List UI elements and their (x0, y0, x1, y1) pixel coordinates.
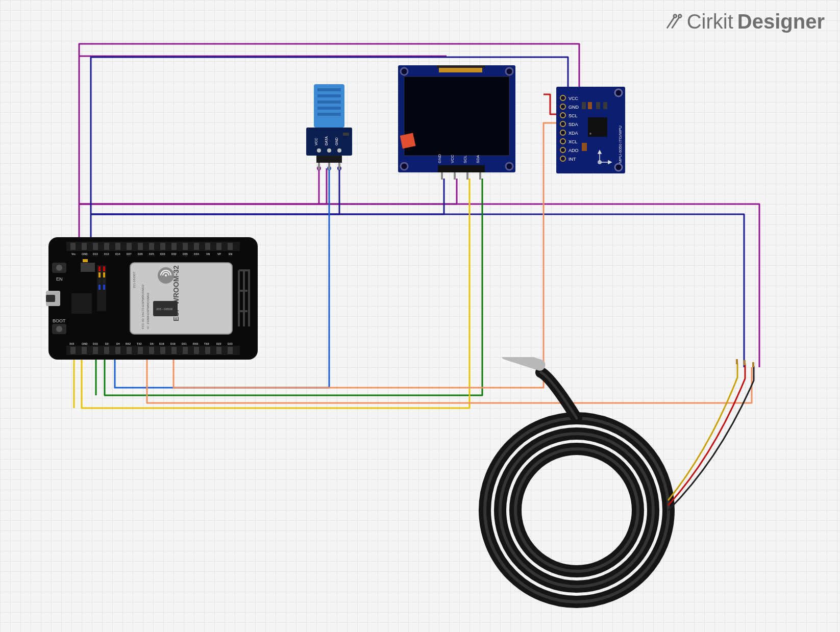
svg-text:D26: D26 (138, 252, 143, 256)
svg-text:IC: 21098-ESPWROOM32: IC: 21098-ESPWROOM32 (146, 292, 150, 329)
svg-rect-102 (317, 94, 341, 97)
oled-display[interactable]: GND VCC SCL SDA (398, 65, 515, 180)
svg-text:DATA: DATA (325, 136, 328, 145)
svg-rect-117 (343, 133, 349, 136)
mpu6050-sensor[interactable]: VCCGNDSCLSDA XDAXCLADOINT MPU-6050 ITG/M… (556, 87, 625, 173)
svg-rect-34 (171, 347, 177, 354)
svg-point-74 (165, 274, 167, 276)
svg-rect-23 (216, 243, 221, 250)
svg-rect-87 (46, 295, 55, 302)
svg-point-84 (56, 326, 62, 332)
svg-text:ADO: ADO (569, 148, 579, 153)
svg-point-107 (317, 148, 321, 153)
svg-point-3 (678, 14, 681, 17)
svg-rect-70 (130, 263, 232, 334)
svg-rect-16 (138, 243, 143, 250)
esp32-boot-button[interactable]: BOOT (52, 318, 66, 334)
svg-text:D33: D33 (160, 252, 165, 256)
svg-text:SCL: SCL (569, 113, 578, 118)
svg-text:211-161007: 211-161007 (133, 271, 136, 288)
svg-text:D22: D22 (216, 342, 221, 345)
svg-text:GND: GND (569, 105, 579, 110)
brand-logo: Cirkit Designer (663, 10, 825, 33)
svg-rect-38 (216, 347, 221, 354)
svg-text:SDA: SDA (569, 122, 578, 127)
svg-text:D34: D34 (194, 252, 199, 256)
svg-rect-28 (104, 347, 109, 354)
svg-text:3V3: 3V3 (69, 342, 74, 345)
svg-rect-176 (736, 359, 738, 364)
dht11-sensor[interactable]: Temperature & Humidity VCC DATA GND (301, 84, 357, 171)
svg-rect-33 (160, 347, 165, 354)
svg-rect-35 (183, 347, 188, 354)
svg-text:VN: VN (206, 252, 210, 256)
svg-text:VCC: VCC (450, 155, 455, 163)
svg-rect-136 (479, 172, 481, 180)
svg-rect-32 (149, 347, 154, 354)
svg-rect-178 (752, 362, 754, 367)
svg-point-138 (615, 89, 622, 96)
svg-rect-27 (93, 347, 98, 354)
svg-rect-114 (318, 163, 320, 170)
svg-rect-24 (228, 243, 233, 250)
svg-text:GND: GND (335, 137, 338, 145)
svg-rect-95 (103, 279, 105, 284)
svg-rect-113 (316, 156, 342, 163)
wire-vcc-oled (79, 179, 457, 204)
svg-rect-37 (205, 347, 210, 354)
svg-rect-124 (436, 65, 485, 68)
svg-rect-103 (317, 100, 341, 104)
svg-point-174 (515, 449, 638, 571)
svg-rect-115 (328, 163, 330, 170)
svg-text:RX0: RX0 (193, 342, 198, 345)
svg-rect-99 (83, 259, 88, 262)
svg-point-142 (560, 113, 565, 118)
svg-rect-11 (82, 243, 87, 250)
svg-text:D13: D13 (93, 252, 98, 256)
svg-point-139 (615, 164, 622, 171)
svg-point-140 (560, 95, 565, 100)
ds18b20-probe[interactable] (444, 357, 781, 622)
svg-rect-133 (441, 172, 443, 180)
svg-rect-177 (744, 360, 746, 365)
svg-rect-94 (98, 279, 101, 284)
svg-point-119 (401, 68, 408, 75)
svg-point-157 (589, 133, 591, 135)
svg-text:D27: D27 (127, 252, 132, 256)
svg-rect-18 (160, 243, 165, 250)
svg-text:VP: VP (217, 252, 221, 256)
svg-text:TX0: TX0 (204, 342, 209, 345)
svg-text:GND: GND (82, 342, 88, 345)
svg-rect-19 (171, 243, 177, 250)
svg-point-173 (500, 434, 653, 587)
svg-point-121 (401, 163, 408, 170)
svg-text:BOOT: BOOT (53, 318, 66, 323)
svg-text:EN: EN (229, 252, 232, 256)
svg-rect-36 (194, 347, 199, 354)
mpu6050-label: MPU-6050 ITG/MPU (618, 125, 623, 163)
svg-point-141 (560, 104, 565, 109)
svg-rect-160 (596, 102, 600, 109)
esp32-board[interactable]: VinGNDD13D12D14D27D26D25D33D32D35D34VNVP… (46, 235, 260, 362)
svg-rect-132 (438, 165, 485, 172)
svg-point-168 (599, 162, 600, 163)
svg-text:XCL: XCL (569, 139, 578, 144)
svg-text:SDA: SDA (476, 155, 480, 163)
svg-text:205 - 00538: 205 - 00538 (156, 308, 173, 311)
svg-rect-135 (466, 172, 468, 180)
wire-gnd-oled (91, 179, 444, 214)
svg-rect-88 (71, 293, 92, 314)
svg-rect-20 (183, 243, 188, 250)
svg-rect-104 (317, 107, 341, 110)
svg-rect-101 (317, 88, 341, 91)
svg-text:D5: D5 (150, 342, 154, 345)
svg-rect-91 (103, 266, 105, 271)
svg-point-144 (560, 130, 565, 135)
svg-rect-98 (81, 263, 95, 272)
svg-text:D4: D4 (116, 342, 120, 345)
svg-rect-93 (103, 272, 105, 277)
svg-text:GND: GND (437, 154, 442, 163)
svg-text:D14: D14 (115, 252, 120, 256)
svg-text:D25: D25 (149, 252, 154, 256)
svg-point-122 (506, 163, 513, 170)
